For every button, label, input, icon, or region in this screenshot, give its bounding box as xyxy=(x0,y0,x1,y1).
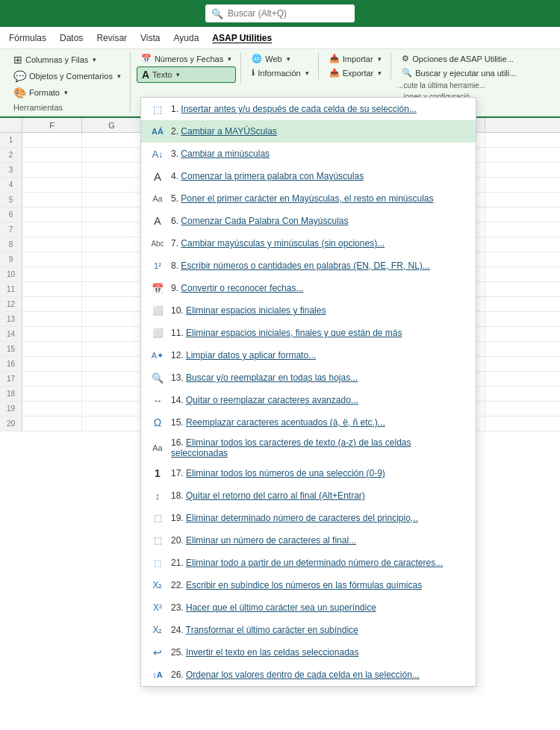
numeros-label: Números y Fechas xyxy=(155,54,223,63)
dropdown-item-text: 15. Reemplazar caracteres acentuados (á,… xyxy=(171,417,385,428)
cell[interactable] xyxy=(82,267,142,281)
list-item[interactable]: Aa 5. Poner el primer carácter en Mayúsc… xyxy=(141,187,476,210)
ribbon-btn-formato[interactable]: 🎨 Formato ▾ xyxy=(9,85,125,100)
cell[interactable] xyxy=(82,387,142,401)
cell[interactable] xyxy=(82,282,142,296)
list-item[interactable]: 1 17. Eliminar todos los números de una … xyxy=(141,462,476,484)
list-item[interactable]: Aa 16. Eliminar todos los caracteres de … xyxy=(141,434,476,462)
dropdown-item-text: 21. Eliminar todo a partir de un determi… xyxy=(171,558,443,568)
cell[interactable] xyxy=(22,342,82,356)
cell[interactable] xyxy=(22,327,82,341)
ribbon-btn-buscar-utili[interactable]: 🔍 Buscar y ejecutar una utili... xyxy=(397,66,520,79)
cell[interactable] xyxy=(22,372,82,386)
cell[interactable] xyxy=(22,133,82,147)
list-item[interactable]: AÁ 2. Cambiar a MAYÚSculas xyxy=(141,120,476,143)
ribbon-group-opciones: ⚙ Opciones de ASAP Utilitie... 🔍 Buscar … xyxy=(393,52,525,102)
dropdown-item-text: 4. Comenzar la primera palabra con Mayús… xyxy=(171,171,364,181)
list-item[interactable]: ⬚ 20. Eliminar un número de caracteres a… xyxy=(141,529,476,552)
cell[interactable] xyxy=(22,357,82,371)
list-item[interactable]: ⬜ 10. Eliminar espacios iniciales y fina… xyxy=(141,299,476,322)
cell[interactable] xyxy=(22,208,82,222)
cell[interactable] xyxy=(82,402,142,416)
ribbon-btn-texto[interactable]: A Texto ▾ xyxy=(137,66,236,83)
cell[interactable] xyxy=(22,402,82,416)
sort_icon: ↕ xyxy=(150,488,165,503)
menu-vista[interactable]: Vista xyxy=(134,30,166,46)
cell[interactable] xyxy=(82,133,142,147)
cell[interactable] xyxy=(22,297,82,311)
list-item[interactable]: X₂ 22. Escribir en subíndice los números… xyxy=(141,574,476,596)
ribbon-btn-columnas[interactable]: ⊞ Columnas y Filas ▾ xyxy=(9,52,125,67)
caret7-icon: ▾ xyxy=(305,69,309,77)
ribbon-btn-informacion[interactable]: ℹ Información ▾ xyxy=(247,66,313,79)
cell[interactable] xyxy=(22,417,82,431)
cell[interactable] xyxy=(82,252,142,266)
cell[interactable] xyxy=(82,148,142,162)
list-item[interactable]: ⬚ 1. Insertar antes y/u después de cada … xyxy=(141,98,476,120)
ribbon-btn-exportar[interactable]: 📤 Exportar ▾ xyxy=(325,66,387,79)
list-item[interactable]: X₂ 24. Transformar el último carácter en… xyxy=(141,619,476,641)
cell[interactable] xyxy=(82,327,142,341)
list-item[interactable]: A↓ 3. Cambiar a minúsculas xyxy=(141,143,476,165)
ribbon-btn-numeros[interactable]: 📅 Números y Fechas ▾ xyxy=(137,52,236,65)
ribbon-btn-objetos[interactable]: 💬 Objetos y Comentarios ▾ xyxy=(9,69,125,84)
cell[interactable] xyxy=(82,357,142,371)
cell[interactable] xyxy=(22,222,82,237)
list-item[interactable]: ↕A 26. Ordenar los valores dentro de cad… xyxy=(141,664,476,686)
list-item[interactable]: A 6. Comenzar Cada Palabra Con Mayúscula… xyxy=(141,210,476,232)
list-item[interactable]: ⬚ 21. Eliminar todo a partir de un deter… xyxy=(141,552,476,574)
menu-revisar[interactable]: Revisar xyxy=(90,30,133,46)
item-label: Cambiar a MAYÚSculas xyxy=(181,126,276,137)
cell[interactable] xyxy=(82,237,142,252)
list-item[interactable]: 📅 9. Convertir o reconocer fechas... xyxy=(141,277,476,299)
cell[interactable] xyxy=(22,267,82,281)
dropdown-item-text: 8. Escribir números o cantidades en pala… xyxy=(171,261,430,271)
cell[interactable] xyxy=(82,342,142,356)
menu-datos[interactable]: Datos xyxy=(54,30,89,46)
ribbon-btn-web[interactable]: 🌐 Web ▾ xyxy=(247,52,313,65)
cell[interactable] xyxy=(82,312,142,326)
cell[interactable] xyxy=(82,417,142,431)
list-item[interactable]: 1² 8. Escribir números o cantidades en p… xyxy=(141,255,476,277)
menu-asap[interactable]: ASAP Utilities xyxy=(206,30,278,46)
list-item[interactable]: ↔ 14. Quitar o reemplazar caracteres ava… xyxy=(141,389,476,411)
list-item[interactable]: ↩ 25. Invertir el texto en las celdas se… xyxy=(141,641,476,664)
cell[interactable] xyxy=(22,282,82,296)
cell[interactable] xyxy=(82,372,142,386)
list-item[interactable]: ⬚ 19. Eliminar determinado número de car… xyxy=(141,507,476,529)
search-box[interactable]: 🔍 xyxy=(205,4,355,22)
cell[interactable] xyxy=(22,193,82,207)
cell[interactable] xyxy=(82,178,142,192)
caret9-icon: ▾ xyxy=(378,69,382,77)
cell[interactable] xyxy=(82,222,142,237)
menu-ayuda[interactable]: Ayuda xyxy=(168,30,205,46)
cell[interactable] xyxy=(82,208,142,222)
list-item[interactable]: X² 23. Hacer que el último carácter sea … xyxy=(141,596,476,619)
cell[interactable] xyxy=(82,297,142,311)
cell[interactable] xyxy=(22,312,82,326)
cell[interactable] xyxy=(82,193,142,207)
list-item[interactable]: A✦ 12. Limpiar datos y aplicar formato..… xyxy=(141,344,476,366)
cell[interactable] xyxy=(22,178,82,192)
list-item[interactable]: Abc 7. Cambiar mayúsculas y minúsculas (… xyxy=(141,232,476,255)
search-input[interactable] xyxy=(228,8,340,19)
list-item[interactable]: 🔍 13. Buscar y/o reemplazar en todas las… xyxy=(141,366,476,389)
ribbon-btn-importar[interactable]: 📥 Importar ▾ xyxy=(325,52,387,65)
cell[interactable] xyxy=(22,148,82,162)
cell[interactable] xyxy=(22,237,82,252)
cell[interactable] xyxy=(22,252,82,266)
objetos-icon: 💬 xyxy=(13,70,26,82)
list-item[interactable]: A 4. Comenzar la primera palabra con May… xyxy=(141,165,476,187)
cell[interactable] xyxy=(22,387,82,401)
menu-formulas[interactable]: Fórmulas xyxy=(3,30,52,46)
list-item[interactable]: ↕ 18. Quitar el retorno del carro al fin… xyxy=(141,484,476,507)
cell[interactable] xyxy=(22,163,82,177)
ribbon-btn-opciones[interactable]: ⚙ Opciones de ASAP Utilitie... xyxy=(397,52,520,65)
list-item[interactable]: Ω 15. Reemplazar caracteres acentuados (… xyxy=(141,411,476,434)
buscar-utili-icon: 🔍 xyxy=(402,68,412,78)
dropdown-item-text: 17. Eliminar todos los números de una se… xyxy=(171,468,385,478)
item-number: 11. xyxy=(171,328,184,338)
cell[interactable] xyxy=(82,163,142,177)
list-item[interactable]: ⬜ 11. Eliminar espacios iniciales, final… xyxy=(141,322,476,344)
item-label: Cambiar a minúsculas xyxy=(181,149,270,159)
